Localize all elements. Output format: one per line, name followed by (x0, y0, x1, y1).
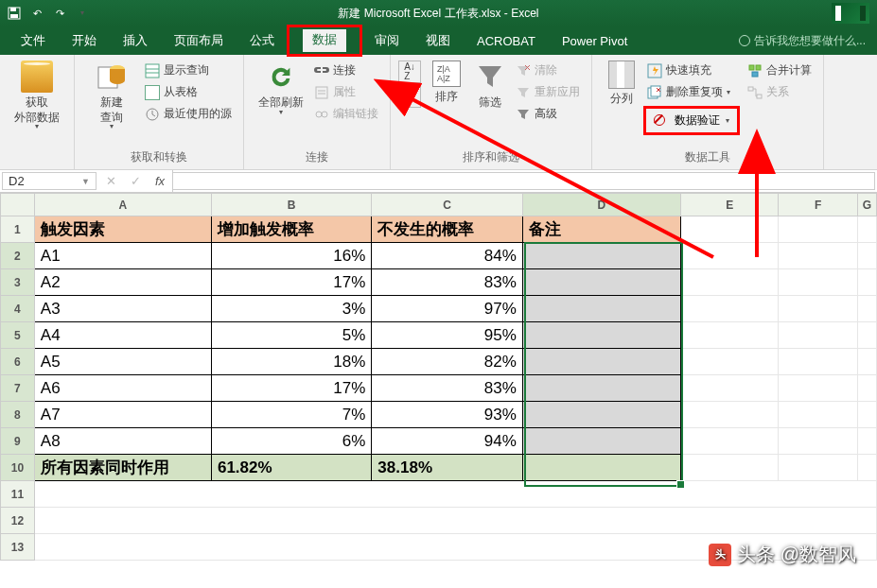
row-header[interactable]: 12 (1, 508, 35, 534)
cell-factor[interactable]: A8 (34, 428, 211, 455)
cell[interactable] (857, 216, 876, 243)
cell-inc[interactable]: 17% (211, 375, 371, 402)
row-header[interactable]: 9 (1, 428, 35, 455)
tab-insert[interactable]: 插入 (110, 26, 161, 55)
cell-inc[interactable]: 5% (211, 322, 371, 349)
cell[interactable] (680, 296, 778, 322)
cell-total-not[interactable]: 38.18% (372, 455, 522, 481)
cell[interactable] (680, 243, 778, 269)
cell-total-label[interactable]: 所有因素同时作用 (34, 455, 211, 481)
cell-note[interactable] (522, 428, 680, 455)
tab-file[interactable]: 文件 (8, 26, 59, 55)
row-header[interactable]: 11 (1, 481, 35, 508)
tab-view[interactable]: 视图 (412, 26, 464, 55)
from-table-button[interactable]: 从表格 (141, 82, 236, 102)
cell-note[interactable] (522, 349, 680, 375)
qat-dropdown-icon[interactable]: ▾ (74, 5, 91, 22)
cell-factor[interactable]: A5 (34, 349, 211, 375)
cell-not[interactable]: 95% (372, 322, 522, 349)
cell-not[interactable]: 84% (372, 243, 522, 269)
cell[interactable] (779, 375, 858, 402)
cell-factor[interactable]: A6 (34, 375, 211, 402)
cell[interactable] (680, 402, 778, 428)
cell-total-inc[interactable]: 61.82% (211, 455, 371, 481)
cell-factor[interactable]: A7 (34, 402, 211, 428)
cell[interactable] (857, 296, 876, 322)
col-header-d[interactable]: D (522, 194, 680, 216)
cell[interactable] (680, 322, 778, 349)
row-header[interactable]: 10 (1, 455, 35, 481)
new-query-button[interactable]: 新建 查询 ▾ (82, 59, 141, 129)
formula-input[interactable] (173, 172, 875, 190)
row-header[interactable]: 6 (1, 349, 35, 375)
row-header[interactable]: 2 (1, 243, 35, 269)
cell-not[interactable]: 82% (372, 349, 522, 375)
cell-inc[interactable]: 6% (211, 428, 371, 455)
cell-not[interactable]: 93% (372, 402, 522, 428)
cell[interactable] (779, 349, 858, 375)
remove-duplicates-button[interactable]: 删除重复项 ▾ (643, 82, 740, 102)
name-box[interactable]: D2▼ (2, 172, 96, 190)
cell[interactable] (857, 428, 876, 455)
flash-fill-button[interactable]: 快速填充 (643, 61, 740, 80)
get-external-data-button[interactable]: 获取 外部数据 ▾ (8, 59, 66, 129)
row-header[interactable]: 5 (1, 322, 35, 349)
select-all-corner[interactable] (1, 194, 35, 216)
show-queries-button[interactable]: 显示查询 (141, 61, 236, 80)
cell-inc[interactable]: 17% (211, 269, 371, 296)
tab-review[interactable]: 审阅 (361, 26, 412, 55)
cell[interactable] (779, 296, 858, 322)
sort-desc-button[interactable]: Z↓A (398, 85, 421, 108)
advanced-filter-button[interactable]: 高级 (512, 104, 584, 124)
cell-d1[interactable]: 备注 (522, 216, 680, 243)
cell-not[interactable]: 94% (372, 428, 522, 455)
row-header[interactable]: 4 (1, 296, 35, 322)
cell[interactable] (779, 269, 858, 296)
tab-formulas[interactable]: 公式 (237, 26, 288, 55)
col-header-a[interactable]: A (34, 194, 211, 216)
cell-note[interactable] (522, 296, 680, 322)
cell-factor[interactable]: A2 (34, 269, 211, 296)
save-icon[interactable] (6, 5, 23, 22)
tab-power-pivot[interactable]: Power Pivot (549, 26, 640, 55)
consolidate-button[interactable]: 合并计算 (744, 61, 816, 80)
col-header-f[interactable]: F (779, 194, 858, 216)
row-header[interactable]: 13 (1, 534, 35, 561)
col-header-c[interactable]: C (372, 194, 522, 216)
cell[interactable] (857, 455, 876, 481)
cell[interactable] (680, 428, 778, 455)
cell[interactable] (857, 243, 876, 269)
cell-inc[interactable]: 3% (211, 296, 371, 322)
row-header[interactable]: 1 (1, 216, 35, 243)
cell-factor[interactable]: A4 (34, 322, 211, 349)
cell-not[interactable]: 97% (372, 296, 522, 322)
cell[interactable] (779, 322, 858, 349)
recent-sources-button[interactable]: 最近使用的源 (141, 104, 236, 124)
cell-inc[interactable]: 16% (211, 243, 371, 269)
cell[interactable] (34, 481, 876, 508)
col-header-g[interactable]: G (857, 194, 876, 216)
cell[interactable] (779, 455, 858, 481)
cell[interactable] (857, 269, 876, 296)
filter-button[interactable]: 筛选 (468, 59, 512, 111)
cell-inc[interactable]: 7% (211, 402, 371, 428)
cell[interactable] (779, 428, 858, 455)
cell-note[interactable] (522, 402, 680, 428)
cell[interactable] (34, 508, 876, 534)
cell[interactable] (857, 349, 876, 375)
cell-note[interactable] (522, 322, 680, 349)
cell[interactable] (779, 216, 858, 243)
cell[interactable] (680, 269, 778, 296)
cell-not[interactable]: 83% (372, 375, 522, 402)
cell-note[interactable] (522, 243, 680, 269)
cell[interactable] (857, 375, 876, 402)
cell[interactable] (680, 455, 778, 481)
cell-not[interactable]: 83% (372, 269, 522, 296)
refresh-all-button[interactable]: 全部刷新 ▾ (252, 59, 310, 114)
sort-asc-button[interactable]: A↓Z (398, 61, 421, 83)
data-validation-button[interactable]: 数据验证 ▾ (643, 106, 740, 135)
tab-home[interactable]: 开始 (59, 26, 110, 55)
col-header-b[interactable]: B (211, 194, 371, 216)
cell-note[interactable] (522, 269, 680, 296)
spreadsheet-grid[interactable]: A B C D E F G 1 触发因素 增加触发概率 不发生的概率 备注 2A… (0, 193, 877, 561)
